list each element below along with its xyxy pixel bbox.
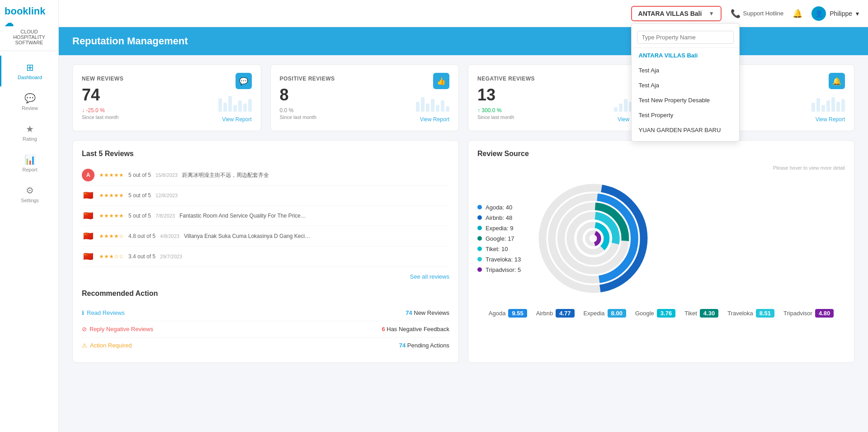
review-stars-4: ★★★☆☆ [99, 253, 124, 260]
legend-label-traveloka: Traveloka: 13 [486, 256, 521, 263]
review-item-4: 🇨🇳 ★★★☆☆ 3.4 out of 5 29/7/2023 [82, 247, 449, 267]
info-icon: ℹ [82, 309, 84, 316]
sidebar: booklink ☁ CLOUD HOSPITALITY SOFTWARE ⊞ … [0, 0, 59, 432]
action-reply-link[interactable]: ⊘ Reply Negative Reviews [82, 326, 153, 332]
last5-title: Last 5 Reviews [82, 150, 449, 158]
property-option-1[interactable]: Test Aja [632, 63, 739, 78]
stat-icon-new-reviews[interactable]: 💬 [236, 73, 252, 89]
logo-link: link [28, 5, 46, 17]
score-badge-tiket: 4.30 [700, 309, 718, 318]
recommended-action: Recommended Action ℹ Read Reviews 74 New… [82, 290, 449, 353]
property-selector[interactable]: ANTARA VILLAS Bali ▼ ANTARA VILLAS Bali … [631, 6, 722, 21]
sidebar-item-review[interactable]: 💬 Review [0, 86, 58, 117]
stat-card-new-reviews: NEW REVIEWS 74 ↓ -25.0 % Since last mont… [72, 64, 261, 131]
score-badge-google: 3.76 [657, 309, 675, 318]
sidebar-item-dashboard[interactable]: ⊞ Dashboard [0, 56, 58, 86]
review-date-4: 29/7/2023 [160, 254, 182, 259]
action-item-reply: ⊘ Reply Negative Reviews 6 Has Negative … [82, 321, 449, 337]
sidebar-item-rating[interactable]: ★ Rating [0, 117, 58, 148]
score-label-google: Google [635, 310, 654, 317]
review-score-0: 5 out of 5 [128, 172, 151, 178]
legend-dot-google [477, 236, 482, 241]
stat-label-new-reviews: NEW REVIEWS [82, 76, 123, 82]
property-option-3[interactable]: Test New Property Desable [632, 93, 739, 108]
action-reply-label: Reply Negative Reviews [90, 326, 153, 332]
property-option-5[interactable]: YUAN GARDEN PASAR BARU [632, 123, 739, 138]
sidebar-item-settings[interactable]: ⚙ Settings [0, 179, 58, 209]
legend-dot-airbnb [477, 215, 482, 220]
action-reply-count: 6 Has Negative Feedback [382, 326, 449, 332]
property-option-0[interactable]: ANTARA VILLAS Bali [632, 48, 739, 63]
view-report-new-reviews[interactable]: View Report [222, 116, 251, 123]
sidebar-label-rating: Rating [23, 136, 37, 142]
legend-item-airbnb: Airbnb: 48 [477, 214, 521, 221]
score-badge-traveloka: 8.51 [756, 309, 774, 318]
review-item-1: 🇨🇳 ★★★★★ 5 out of 5 12/8/2023 [82, 185, 449, 206]
username-label: Philippe [830, 10, 852, 17]
review-text-3: Villanya Enak Suka Cuma Lokasinya D Gang… [184, 233, 311, 239]
stat-chart-new-reviews [218, 94, 252, 112]
sidebar-item-report[interactable]: 📊 Report [0, 148, 58, 179]
score-label-airbnb: Airbnb [536, 310, 553, 317]
review-text-0: 距离冰明澡主街不远，周边配套齐全 [182, 171, 269, 179]
warning-icon: ⊘ [82, 326, 87, 332]
bottom-row: Last 5 Reviews A ★★★★★ 5 out of 5 15/8/2… [72, 140, 854, 363]
legend-dot-agoda [477, 205, 482, 209]
chevron-down-icon: ▼ [709, 10, 714, 17]
score-label-agoda: Agoda [489, 310, 506, 317]
user-menu[interactable]: 👤 Philippe ▾ [811, 6, 859, 21]
property-search-input[interactable] [637, 31, 734, 44]
stat-icon-average-rating[interactable]: 🔔 [829, 73, 845, 89]
chart-hint: Please hover to view more detail [477, 165, 845, 171]
notification-button[interactable]: 🔔 [793, 9, 802, 19]
action-read-link[interactable]: ℹ Read Reviews [82, 309, 125, 316]
review-icon: 💬 [24, 93, 36, 104]
score-item-tiket: Tiket 4.30 [684, 309, 718, 318]
score-badge-expedia: 8.00 [608, 309, 626, 318]
sidebar-label-review: Review [22, 105, 38, 111]
score-item-tripadvisor: Tripadvisor 4.80 [783, 309, 834, 318]
action-required-link[interactable]: ⚠ Action Required [82, 342, 132, 349]
property-selector-button[interactable]: ANTARA VILLAS Bali ▼ [631, 6, 722, 21]
sidebar-label-dashboard: Dashboard [18, 75, 42, 80]
review-score-2: 5 out of 5 [128, 213, 151, 219]
settings-icon: ⚙ [26, 185, 34, 196]
view-report-average-rating[interactable]: View Report [816, 116, 845, 123]
review-avatar-1: 🇨🇳 [82, 189, 94, 202]
review-item-0: A ★★★★★ 5 out of 5 15/8/2023 距离冰明澡主街不远，周… [82, 165, 449, 185]
phone-icon: 📞 [731, 9, 741, 19]
stat-label-positive-reviews: POSITIVE REVIEWS [280, 76, 335, 82]
score-label-tripadvisor: Tripadvisor [783, 310, 812, 317]
legend-label-expedia: Expedia: 9 [486, 225, 513, 232]
property-dropdown: ANTARA VILLAS Bali Test Aja Test Aja Tes… [631, 23, 740, 142]
see-all-link[interactable]: See all reviews [410, 273, 449, 280]
legend-item-agoda: Agoda: 40 [477, 204, 521, 211]
dashboard-icon: ⊞ [26, 62, 34, 73]
avatar-icon: 👤 [815, 10, 823, 17]
review-item-2: 🇨🇳 ★★★★★ 5 out of 5 7/8/2023 Fantastic R… [82, 206, 449, 226]
stat-change-positive-reviews: 0.0 % [280, 107, 335, 114]
legend-item-tripadvisor: Tripadvisor: 5 [477, 266, 521, 273]
score-badge-airbnb: 4.77 [556, 309, 574, 318]
legend-item-expedia: Expedia: 9 [477, 225, 521, 232]
legend-label-tiket: Tiket: 10 [486, 246, 508, 252]
legend: Agoda: 40 Airbnb: 48 Expedia: 9 [477, 204, 521, 273]
see-all-reviews: See all reviews [82, 272, 449, 280]
stat-icon-positive-reviews[interactable]: 👍 [433, 73, 449, 89]
support-hotline[interactable]: 📞 Support Hotline [731, 9, 784, 19]
score-item-airbnb: Airbnb 4.77 [536, 309, 575, 318]
content-area: NEW REVIEWS 74 ↓ -25.0 % Since last mont… [59, 55, 868, 432]
property-option-2[interactable]: Test Aja [632, 78, 739, 93]
review-avatar-4: 🇨🇳 [82, 250, 94, 263]
legend-item-google: Google: 17 [477, 235, 521, 242]
score-badge-agoda: 9.55 [508, 309, 527, 318]
page-header: Reputation Management [59, 27, 868, 55]
logo-book: book [5, 5, 28, 17]
action-item-read: ℹ Read Reviews 74 New Reviews [82, 305, 449, 321]
view-report-positive-reviews[interactable]: View Report [420, 116, 449, 123]
property-option-4[interactable]: Test Property [632, 108, 739, 123]
stat-value-new-reviews: 74 [82, 85, 123, 104]
stat-chart-average-rating [811, 94, 845, 112]
score-label-traveloka: Traveloka [727, 310, 753, 317]
action-required-label: Action Required [90, 342, 132, 349]
